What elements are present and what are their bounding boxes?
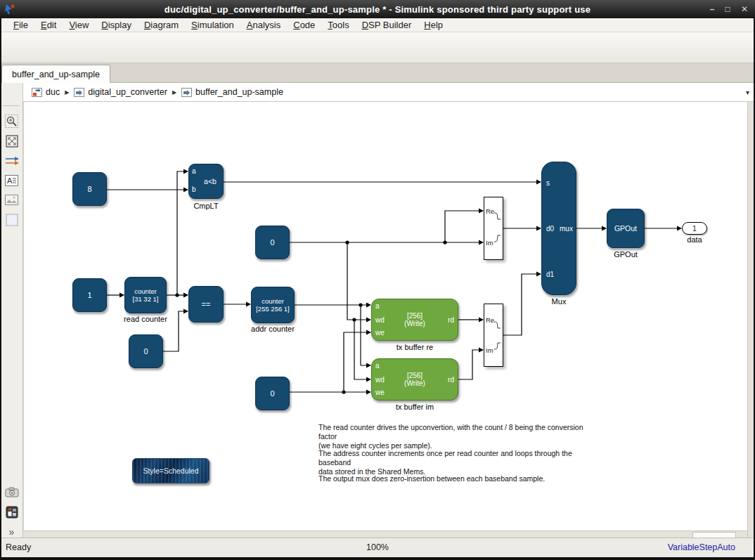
breadcrumb-item-duc[interactable]: duc	[32, 87, 60, 97]
block-text: GPOut	[607, 209, 644, 247]
breadcrumb-item-digital-up-converter[interactable]: digital_up_converter	[74, 87, 167, 97]
expand-icon[interactable]: »	[4, 524, 19, 539]
block-label-read-counter[interactable]: read counter	[124, 315, 167, 323]
port-s: s	[546, 179, 550, 188]
block-constant-0-eq[interactable]: 0	[129, 334, 163, 368]
screenshot-camera-icon[interactable]	[4, 485, 19, 500]
block-addr-counter[interactable]: counter [255 256 1]	[251, 287, 295, 323]
menu-dsp-builder[interactable]: DSP Builder	[356, 18, 418, 32]
block-constant-8[interactable]: 8	[72, 172, 107, 206]
block-text: ==	[189, 287, 223, 322]
block-text: mux	[560, 225, 573, 233]
annotation-icon[interactable]: A	[4, 173, 19, 188]
fit-to-view-icon[interactable]	[4, 134, 19, 148]
window-border	[0, 557, 755, 560]
block-text: 1	[73, 279, 106, 311]
tab-label: buffer_and_up-sample	[12, 70, 100, 79]
re-curve-glyph	[493, 211, 501, 222]
image-icon[interactable]	[4, 193, 19, 207]
window-border	[0, 18, 1, 557]
tab-buffer-and-up-sample[interactable]: buffer_and_up-sample	[1, 65, 110, 84]
palette-divider	[3, 105, 20, 106]
block-text: 0	[256, 226, 289, 259]
block-text: [256] (Write)	[372, 299, 458, 340]
block-text: a<b	[189, 164, 223, 198]
breadcrumb-label: digital_up_converter	[88, 87, 167, 97]
model-icon	[32, 88, 42, 97]
subsystem-icon	[74, 88, 84, 97]
annotation-address-counter[interactable]: The address counter increments once per …	[318, 449, 600, 476]
block-tx-buffer-re[interactable]: a wd we rd [256] (Write)	[371, 299, 458, 341]
block-label-cmplt[interactable]: CmpLT	[193, 202, 218, 210]
block-text: counter [31 32 1]	[125, 278, 166, 313]
port-im: Im	[486, 346, 493, 355]
breadcrumb: ◉ duc ▶ digital_up_converter ▶ buffer_an…	[23, 83, 755, 102]
block-text: 0	[256, 377, 289, 410]
breadcrumb-separator-icon: ▶	[65, 89, 69, 96]
block-tx-buffer-im[interactable]: a wd we rd [256] (Write)	[371, 358, 458, 401]
block-constant-0-data[interactable]: 0	[255, 226, 290, 259]
block-to-complex-bottom[interactable]: Re Im	[484, 304, 503, 367]
block-style-scheduled[interactable]: Style=Scheduled	[132, 458, 209, 483]
tab-bar: buffer_and_up-sample	[0, 63, 755, 83]
port-d0: d0	[546, 225, 554, 233]
im-curve-glyph	[493, 233, 501, 243]
window-title: duc/digital_up_converter/buffer_and_up-s…	[0, 4, 755, 15]
block-to-complex-top[interactable]: Re Im	[484, 197, 503, 260]
block-label-gpout[interactable]: GPOut	[614, 250, 638, 259]
menu-code[interactable]: Code	[287, 18, 321, 32]
simulink-window: duc/digital_up_converter/buffer_and_up-s…	[0, 0, 755, 560]
horizontal-scrollbar[interactable]	[23, 530, 747, 538]
status-text: Ready	[6, 542, 31, 552]
block-mux[interactable]: s d0 mux d1	[541, 162, 576, 295]
block-text: 8	[73, 173, 106, 205]
close-button[interactable]: ✕	[738, 4, 751, 15]
block-cmplt[interactable]: a b a<b	[188, 164, 224, 199]
annotation-read-counter[interactable]: The read counter drives the upconvertion…	[318, 423, 600, 450]
block-gpout[interactable]: GPOut	[607, 209, 645, 248]
re-curve-glyph	[493, 320, 501, 331]
menu-display[interactable]: Display	[95, 18, 138, 32]
status-bar: Ready 100% VariableStepAuto	[0, 538, 755, 557]
menu-edit[interactable]: Edit	[34, 18, 63, 32]
breadcrumb-label: buffer_and_up-sample	[195, 87, 283, 97]
tool-palette: A »	[0, 83, 23, 538]
menu-tools[interactable]: Tools	[321, 18, 355, 32]
block-text: 1	[683, 223, 706, 234]
menu-simulation[interactable]: Simulation	[185, 18, 240, 32]
block-label-data[interactable]: data	[687, 235, 702, 244]
breadcrumb-item-buffer-and-up-sample[interactable]: buffer_and_up-sample	[181, 87, 283, 97]
block-text: [256] (Write)	[372, 359, 458, 400]
signal-arrows-icon[interactable]	[4, 153, 19, 168]
viewmarks-icon[interactable]	[4, 504, 19, 519]
minimize-button[interactable]: –	[706, 4, 718, 15]
block-label-mux[interactable]: Mux	[552, 297, 567, 306]
menu-diagram[interactable]: Diagram	[138, 18, 185, 32]
menu-file[interactable]: File	[7, 18, 34, 32]
title-bar[interactable]: duc/digital_up_converter/buffer_and_up-s…	[0, 0, 755, 18]
block-label-tx-buffer-re[interactable]: tx buffer re	[396, 343, 433, 351]
menu-bar: File Edit View Display Diagram Simulatio…	[0, 18, 755, 32]
area-icon[interactable]	[4, 212, 19, 227]
block-label-tx-buffer-im[interactable]: tx buffer im	[396, 403, 434, 411]
block-read-counter[interactable]: counter [31 32 1]	[124, 277, 167, 313]
port-im: Im	[486, 239, 493, 247]
block-label-addr-counter[interactable]: addr counter	[251, 325, 295, 333]
menu-help[interactable]: Help	[418, 18, 449, 32]
block-out-port-data[interactable]: 1	[682, 222, 707, 235]
menu-view[interactable]: View	[63, 18, 95, 32]
im-curve-glyph	[493, 340, 501, 351]
breadcrumb-dropdown-icon[interactable]: ▾	[746, 89, 749, 96]
toolbar: ▾ ▾ ⚙ ▾	[0, 32, 755, 63]
block-text: 0	[129, 335, 162, 367]
maximize-button[interactable]: □	[721, 4, 734, 15]
solver-setting[interactable]: VariableStepAuto	[668, 542, 735, 552]
zoom-level: 100%	[366, 542, 389, 552]
subsystem-icon	[181, 88, 192, 97]
block-constant-1[interactable]: 1	[72, 278, 107, 312]
block-constant-0-we[interactable]: 0	[255, 377, 290, 410]
block-equals[interactable]: ==	[188, 286, 224, 323]
menu-analysis[interactable]: Analysis	[240, 18, 287, 32]
annotation-output-mux[interactable]: The output mux does zero-insertion betwe…	[318, 474, 600, 483]
zoom-icon[interactable]	[4, 114, 19, 129]
